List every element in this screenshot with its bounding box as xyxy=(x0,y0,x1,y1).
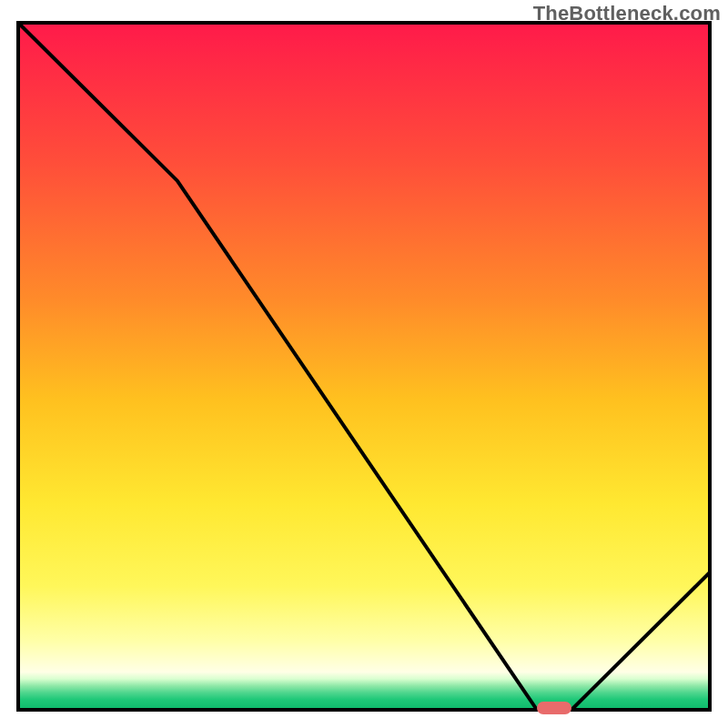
optimal-marker xyxy=(537,702,571,714)
watermark-text: TheBottleneck.com xyxy=(533,2,721,25)
chart-stage: TheBottleneck.com xyxy=(0,0,728,728)
plot-area xyxy=(18,23,710,714)
bottleneck-chart-svg xyxy=(0,0,728,728)
